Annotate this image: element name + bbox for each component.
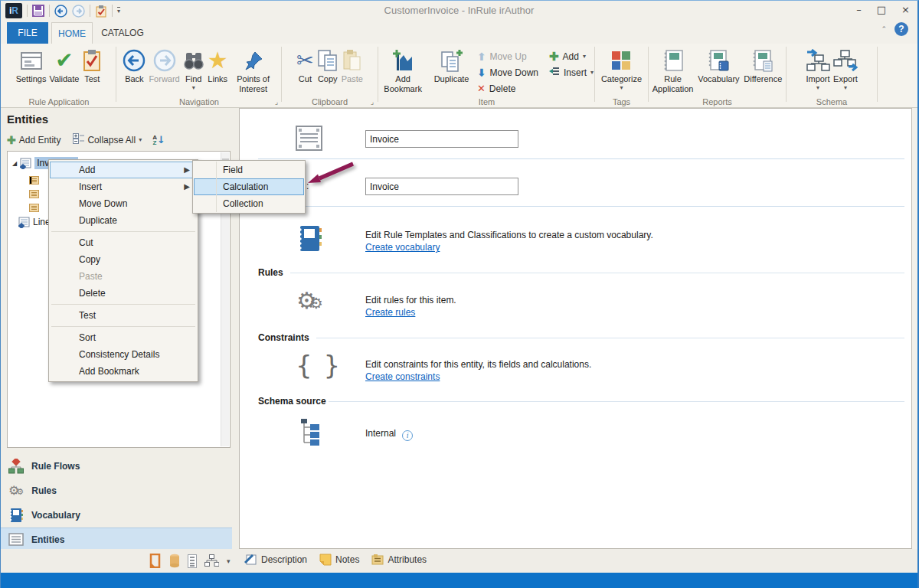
move-down-button[interactable]: ⬇ Move Down [477,64,538,80]
divider [216,162,217,212]
menu-item-add-bookmark[interactable]: Add Bookmark [50,363,197,380]
categorize-button[interactable]: Categorize ▾ [600,46,643,92]
menu-item-add[interactable]: Add▶ [50,162,197,178]
attributes-tab[interactable]: Attributes [371,554,427,565]
create-vocabulary-link[interactable]: Create vocabulary [365,242,440,253]
move-up-button[interactable]: ⬆ Move Up [477,48,538,64]
add-entity-plus-icon: ✚ [7,134,16,146]
add-entity-button[interactable]: ✚ Add Entity [7,134,61,146]
tab-catalog[interactable]: CATALOG [96,22,149,44]
vocabulary-report-button[interactable]: Vocabulary [696,46,741,94]
add-button[interactable]: ✚ Add ▾ [549,48,594,64]
categorize-icon [611,47,631,74]
insert-button[interactable]: Insert ▾ [549,64,594,80]
nav-rules[interactable]: ⚙⚙ Rules [1,479,232,502]
duplicate-button[interactable]: Duplicate [430,46,473,96]
validate-button[interactable]: ✔ Validate [47,46,80,85]
menu-item-delete[interactable]: Delete [50,285,197,302]
menu-item-sort[interactable]: Sort [50,329,197,346]
create-constraints-link[interactable]: Create constraints [365,371,440,382]
test-button[interactable]: Test [80,46,103,85]
submenu-item-collection[interactable]: Collection [194,195,304,212]
field-icon [29,203,39,213]
menu-item-insert[interactable]: Insert▶ [50,178,197,195]
difference-report-button[interactable]: Difference [741,46,785,94]
tree-expander-icon[interactable]: ◢ [12,160,17,167]
field-icon [29,175,39,185]
entity-display-name-input[interactable] [365,178,518,195]
list-icon[interactable] [188,554,197,568]
add-bookmark-button[interactable]: Add Bookmark [380,46,426,96]
rule-application-report-button[interactable]: Rule Application [649,46,696,94]
maximize-button[interactable]: □ [877,4,886,15]
import-button[interactable]: Import ▾ [804,46,832,92]
paste-button[interactable]: Paste [340,46,365,85]
vocabulary-icon [8,508,24,523]
add-submenu: Field Calculation Collection [192,160,306,214]
menu-item-move-down[interactable]: Move Down [50,195,197,212]
sort-az-button[interactable]: AZ ↓ [152,134,165,145]
submenu-item-calculation[interactable]: Calculation [194,178,304,195]
schema-source-section-header: Schema source [258,396,326,407]
menu-item-paste[interactable]: Paste [50,268,197,285]
clipboard-dialog-launcher-icon[interactable]: ⌟ [371,98,374,106]
cut-button[interactable]: ✂ Cut [295,46,316,85]
description-tab[interactable]: Description [244,553,307,566]
group-navigation: Back Forward Find ▾ ★ Links Points [118,44,280,107]
find-button[interactable]: Find ▾ [182,46,206,94]
menu-item-cut[interactable]: Cut [50,234,197,251]
entity-large-icon [295,125,323,152]
menu-item-duplicate[interactable]: Duplicate [50,212,197,229]
application-window: iR ▾ CustomerInvoice - InRule irAuthor –… [0,0,919,588]
scissors-icon: ✂ [296,47,314,74]
create-rules-link[interactable]: Create rules [365,307,415,318]
bookmark-page-icon[interactable] [149,554,162,568]
submenu-arrow-icon: ▶ [184,179,190,194]
notes-tab[interactable]: Notes [319,554,359,566]
help-button[interactable]: ? [894,22,908,36]
nav-rule-flows[interactable]: Rule Flows [1,454,232,478]
star-icon: ★ [208,47,228,74]
delete-button[interactable]: ✕ Delete [477,80,538,96]
menu-item-test[interactable]: Test [50,307,197,324]
panel-options-dropdown-icon[interactable]: ▾ [227,557,231,565]
tab-home[interactable]: HOME [51,22,93,44]
links-button[interactable]: ★ Links [206,46,230,94]
gears-icon: ⚙⚙ [8,483,24,498]
submenu-item-field[interactable]: Field [194,162,304,178]
settings-button[interactable]: Settings [15,46,48,85]
cylinder-icon[interactable] [169,554,180,568]
tree-item-field[interactable] [29,201,39,214]
paste-icon [342,47,362,74]
group-schema: Import ▾ Export ▾ Schema [787,44,876,107]
vocabulary-description: Edit Rule Templates and Classifications … [365,230,653,240]
export-button[interactable]: Export ▾ [832,46,859,92]
info-icon[interactable]: i [402,430,413,441]
menu-item-copy[interactable]: Copy [50,251,197,268]
export-dropdown-icon: ▾ [844,84,847,91]
collapse-all-button[interactable]: Collapse All ▾ [73,133,142,146]
import-dropdown-icon: ▾ [816,84,819,91]
tree-item-field[interactable] [29,187,39,201]
pushpin-icon [243,47,264,74]
menu-item-consistency-details[interactable]: Consistency Details [50,346,197,363]
find-dropdown-icon: ▾ [192,84,195,91]
entity-icon [18,217,30,228]
close-button[interactable]: × [901,4,910,15]
navigation-dialog-launcher-icon[interactable]: ⌟ [275,98,278,106]
nav-vocabulary[interactable]: Vocabulary [1,503,232,527]
minimize-button[interactable]: – [856,4,862,15]
org-chart-icon[interactable] [204,554,219,567]
notebook-page-icon [752,47,773,74]
tab-file[interactable]: FILE [7,22,48,44]
collapse-ribbon-icon[interactable]: ⌃ [881,25,887,33]
points-of-interest-button[interactable]: Points of Interest [230,46,277,94]
entity-name-input[interactable] [365,130,518,148]
delete-x-icon: ✕ [477,83,486,94]
tree-item-field[interactable] [29,173,39,187]
copy-button[interactable]: Copy [316,46,340,85]
move-down-icon: ⬇ [477,67,486,79]
back-button[interactable]: Back [121,46,147,94]
forward-button[interactable]: Forward [147,46,181,94]
nav-entities[interactable]: Entities [1,528,232,551]
